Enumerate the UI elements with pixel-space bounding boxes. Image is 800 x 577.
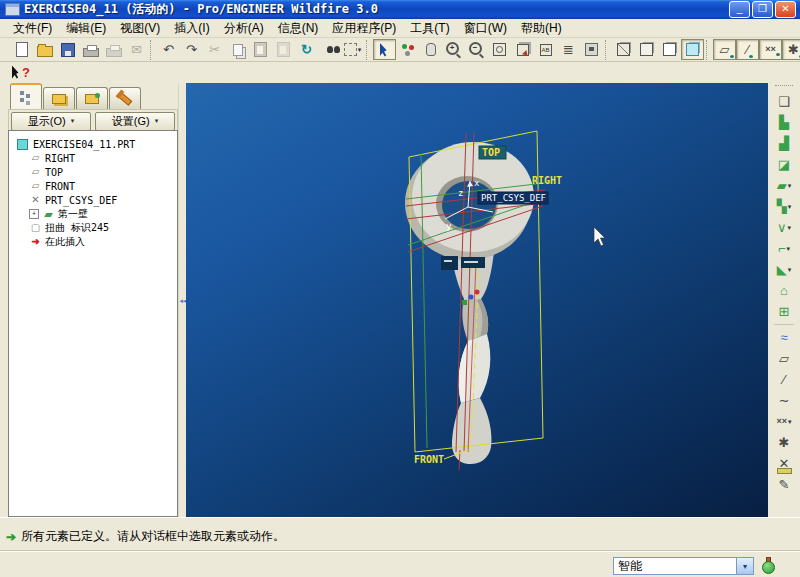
layers-icon[interactable]: ≣ [557, 39, 580, 60]
tree-item-prt-csys-def[interactable]: ✕PRT_CSYS_DEF [9, 193, 177, 207]
twist-wall-icon[interactable]: ◪ [771, 154, 797, 175]
context-help-button[interactable]: ? [12, 63, 38, 81]
wireframe-display-icon[interactable] [612, 39, 635, 60]
flat-pattern-icon[interactable]: ⊞ [771, 301, 797, 322]
datum-axis-display-icon[interactable]: ∕ [736, 39, 759, 60]
smart-filter-icon[interactable] [396, 39, 419, 60]
menu-item-window[interactable]: 窗口(W) [457, 19, 514, 38]
top-datum-tag[interactable]: TOP [482, 147, 500, 158]
tree-item-insert-here[interactable]: ➜在此插入 [9, 235, 177, 249]
sketched-curve-icon[interactable]: ≈ [771, 327, 797, 348]
front-datum-tag[interactable]: FRONT [414, 454, 444, 465]
view-manager-icon[interactable] [580, 39, 603, 60]
datum-point-green[interactable] [462, 300, 467, 305]
help-question-icon: ? [22, 65, 30, 80]
spin-center-icon[interactable] [419, 39, 442, 60]
paste-icon[interactable] [249, 39, 272, 60]
pointer-icon[interactable] [373, 39, 396, 60]
curve-icon[interactable]: ∼ [771, 390, 797, 411]
restore-button[interactable]: ❐ [752, 1, 773, 18]
form-icon[interactable]: ⌂ [771, 280, 797, 301]
highlighted-tag-1[interactable] [441, 256, 458, 270]
zoom-out-icon[interactable]: − [465, 39, 488, 60]
menu-item-file[interactable]: 文件(F) [6, 19, 59, 38]
zoom-in-icon[interactable]: + [442, 39, 465, 60]
datum-plane-icon[interactable]: ▱ [771, 348, 797, 369]
find-icon [327, 46, 333, 53]
find-icon[interactable] [318, 39, 341, 60]
redo-icon[interactable]: ↷ [180, 39, 203, 60]
datum-point-red[interactable] [475, 290, 480, 295]
menu-item-help[interactable]: 帮助(H) [514, 19, 569, 38]
sketch-icon[interactable]: ✎ [771, 474, 797, 495]
tree-item-front-plane[interactable]: ▱FRONT [9, 179, 177, 193]
menu-item-applications[interactable]: 应用程序(P) [325, 19, 403, 38]
menu-item-tools[interactable]: 工具(T) [403, 19, 456, 38]
datum-csys-display-icon[interactable]: ✱ [782, 39, 800, 60]
expander-icon[interactable]: + [29, 209, 39, 219]
shaded-display-icon[interactable] [681, 39, 704, 60]
flange-wall-icon[interactable]: ▟ [771, 133, 797, 154]
close-button[interactable]: ✕ [775, 1, 796, 18]
datum-point-display-icon[interactable]: ×× [759, 39, 782, 60]
datum-point-blue[interactable] [469, 295, 474, 300]
csys-tag[interactable]: PRT_CSYS_DEF [481, 193, 546, 203]
saved-views-icon[interactable]: AB [534, 39, 557, 60]
datum-axis-icon[interactable]: ∕ [771, 369, 797, 390]
datum-axis-icon: ∕ [783, 373, 785, 386]
tab-model-tree[interactable] [10, 83, 42, 109]
no-hidden-display-icon[interactable] [658, 39, 681, 60]
settings-dropdown-button[interactable]: 设置(G) ▾ [95, 112, 175, 131]
copy-icon [233, 44, 243, 56]
paste-special-icon[interactable] [272, 39, 295, 60]
datum-plane-display-icon[interactable]: ▱ [713, 39, 736, 60]
tab-favorites[interactable] [76, 87, 108, 109]
show-dropdown-button[interactable]: 显示(O) ▾ [11, 112, 91, 131]
new-file-icon[interactable] [10, 39, 33, 60]
menu-item-info[interactable]: 信息(N) [271, 19, 326, 38]
open-file-icon[interactable] [33, 39, 56, 60]
extrude-wall-icon[interactable]: ❑ [771, 91, 797, 112]
tree-item-twist-id245[interactable]: ▢扭曲 标识245 [9, 221, 177, 235]
unattached-flat-wall-icon[interactable]: ▰▾ [771, 175, 797, 196]
measure-icon[interactable]: ✕ [771, 453, 797, 474]
corner-relief-icon[interactable]: ◣▾ [771, 259, 797, 280]
bend-icon[interactable]: ∨▾ [771, 217, 797, 238]
tab-connections[interactable] [109, 87, 141, 109]
save-icon[interactable] [56, 39, 79, 60]
edge-bend-icon[interactable]: ⌐▾ [771, 238, 797, 259]
minimize-button[interactable]: _ [729, 1, 750, 18]
paste-special-icon [277, 42, 290, 57]
regenerate-icon[interactable]: ↻ [295, 39, 318, 60]
undo-icon[interactable]: ↶ [157, 39, 180, 60]
menu-item-view[interactable]: 视图(V) [113, 19, 167, 38]
email-icon[interactable]: ✉ [125, 39, 148, 60]
regenerate-icon: ↻ [301, 43, 312, 56]
tree-item-first-wall[interactable]: +▰第一壁 [9, 207, 177, 221]
reorient-icon[interactable] [511, 39, 534, 60]
selection-filter-combobox[interactable]: 智能 ▾ [613, 557, 754, 575]
zoom-in-icon: + [446, 42, 459, 55]
merge-wall-icon[interactable]: ▚▾ [771, 196, 797, 217]
menu-item-edit[interactable]: 编辑(E) [59, 19, 113, 38]
cut-icon[interactable]: ✂ [203, 39, 226, 60]
print-icon[interactable] [79, 39, 102, 60]
datum-point-icon[interactable]: ××▾ [771, 411, 797, 432]
3d-model-canvas[interactable]: z y x TOP RIGHT FRONT PRT_CSYS_DEF [186, 83, 768, 517]
select-box-icon[interactable]: ▾ [341, 39, 364, 60]
tab-folder-browser[interactable] [43, 87, 75, 109]
menu-item-insert[interactable]: 插入(I) [167, 19, 216, 38]
graphics-area[interactable]: z y x TOP RIGHT FRONT PRT_CSYS_DEF [186, 83, 768, 517]
copy-icon[interactable] [226, 39, 249, 60]
csys-icon[interactable]: ✱ [771, 432, 797, 453]
right-datum-tag[interactable]: RIGHT [532, 175, 562, 186]
tree-item-root-part[interactable]: EXERCISE04_11.PRT [9, 137, 177, 151]
tree-item-top-plane[interactable]: ▱TOP [9, 165, 177, 179]
refit-icon[interactable] [488, 39, 511, 60]
flat-wall-icon[interactable]: ▙ [771, 112, 797, 133]
combo-dropdown-button[interactable]: ▾ [736, 558, 753, 574]
tree-item-right-plane[interactable]: ▱RIGHT [9, 151, 177, 165]
menu-item-analysis[interactable]: 分析(A) [217, 19, 271, 38]
hidden-line-display-icon[interactable] [635, 39, 658, 60]
print-preview-icon[interactable] [102, 39, 125, 60]
